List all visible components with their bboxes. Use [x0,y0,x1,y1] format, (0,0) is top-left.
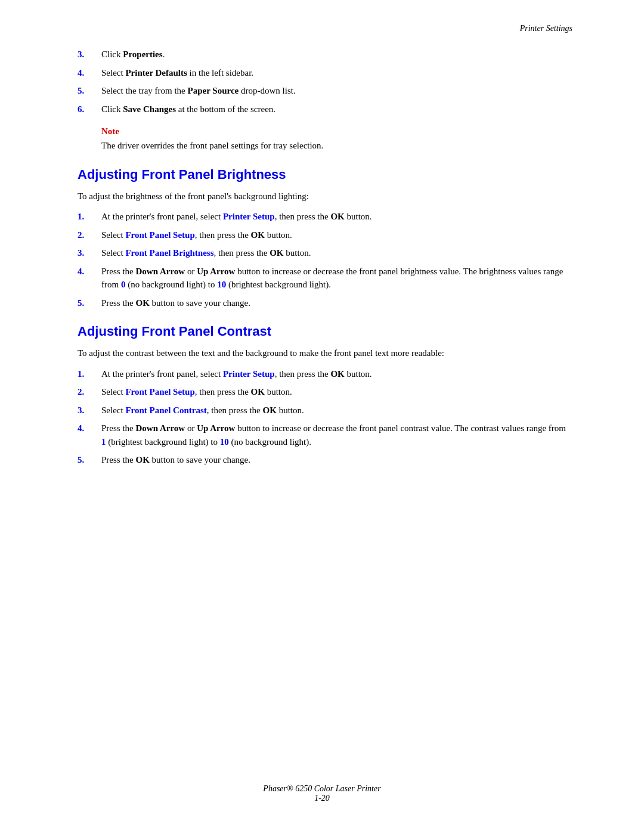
printer-setup-link-b1: Printer Setup [223,212,275,221]
brightness-steps-list: 1. At the printer's front panel, select … [78,210,572,309]
contrast-step-text-2: Select Front Panel Setup, then press the… [101,385,572,399]
step-text-6: Click Save Changes at the bottom of the … [101,103,572,116]
contrast-intro: To adjust the contrast between the text … [78,346,572,360]
intro-step-4: 4. Select Printer Defaults in the left s… [78,66,572,80]
contrast-steps-list: 1. At the printer's front panel, select … [78,367,572,467]
step-number-3: 3. [78,48,101,61]
front-panel-setup-link-c2: Front Panel Setup [125,387,194,397]
contrast-step-2: 2. Select Front Panel Setup, then press … [78,385,572,399]
brightness-step-5: 5. Press the OK button to save your chan… [78,296,572,310]
front-panel-contrast-link: Front Panel Contrast [125,405,206,415]
brightness-step-number-5: 5. [78,296,101,310]
brightness-step-text-2: Select Front Panel Setup, then press the… [101,228,572,242]
contrast-heading: Adjusting Front Panel Contrast [78,324,572,339]
page-footer: Phaser® 6250 Color Laser Printer 1-20 [0,784,644,803]
brightness-step-text-4: Press the Down Arrow or Up Arrow button … [101,265,572,292]
step-text-3: Click Properties. [101,48,572,61]
brightness-step-1: 1. At the printer's front panel, select … [78,210,572,224]
brightness-step-number-1: 1. [78,210,101,224]
contrast-min: 1 [101,437,106,447]
front-panel-setup-link-b2: Front Panel Setup [125,230,194,240]
note-block: Note The driver overrides the front pane… [101,126,572,153]
contrast-step-text-3: Select Front Panel Contrast, then press … [101,404,572,417]
page-header: Printer Settings [520,24,572,33]
front-panel-brightness-link: Front Panel Brightness [125,248,213,258]
step-number-5: 5. [78,84,101,98]
contrast-max: 10 [220,437,229,447]
note-label: Note [101,126,572,137]
step-number-4: 4. [78,66,101,80]
contrast-step-number-2: 2. [78,385,101,399]
brightness-step-number-4: 4. [78,265,101,292]
contrast-step-4: 4. Press the Down Arrow or Up Arrow butt… [78,422,572,448]
brightness-step-text-3: Select Front Panel Brightness, then pres… [101,246,572,260]
brightness-min: 0 [121,280,126,289]
step-text-5: Select the tray from the Paper Source dr… [101,84,572,98]
brightness-step-text-1: At the printer's front panel, select Pri… [101,210,572,224]
brightness-step-3: 3. Select Front Panel Brightness, then p… [78,246,572,260]
contrast-step-5: 5. Press the OK button to save your chan… [78,453,572,467]
intro-step-3: 3. Click Properties. [78,48,572,61]
brightness-intro: To adjust the brightness of the front pa… [78,190,572,203]
contrast-step-text-5: Press the OK button to save your change. [101,453,572,467]
note-text: The driver overrides the front panel set… [101,139,572,153]
brightness-step-number-3: 3. [78,246,101,260]
contrast-step-1: 1. At the printer's front panel, select … [78,367,572,381]
step-number-6: 6. [78,103,101,116]
contrast-step-number-4: 4. [78,422,101,448]
footer-line2: 1-20 [0,794,644,803]
contrast-step-number-5: 5. [78,453,101,467]
contrast-step-number-3: 3. [78,404,101,417]
brightness-step-text-5: Press the OK button to save your change. [101,296,572,310]
contrast-step-text-1: At the printer's front panel, select Pri… [101,367,572,381]
brightness-step-4: 4. Press the Down Arrow or Up Arrow butt… [78,265,572,292]
brightness-heading: Adjusting Front Panel Brightness [78,167,572,182]
printer-setup-link-c1: Printer Setup [223,369,275,379]
intro-step-6: 6. Click Save Changes at the bottom of t… [78,103,572,116]
brightness-max: 10 [217,280,226,289]
contrast-step-3: 3. Select Front Panel Contrast, then pre… [78,404,572,417]
intro-step-5: 5. Select the tray from the Paper Source… [78,84,572,98]
contrast-step-number-1: 1. [78,367,101,381]
brightness-step-number-2: 2. [78,228,101,242]
brightness-step-2: 2. Select Front Panel Setup, then press … [78,228,572,242]
contrast-step-text-4: Press the Down Arrow or Up Arrow button … [101,422,572,448]
intro-steps-list: 3. Click Properties. 4. Select Printer D… [78,48,572,116]
footer-line1: Phaser® 6250 Color Laser Printer [0,784,644,794]
step-text-4: Select Printer Defaults in the left side… [101,66,572,80]
